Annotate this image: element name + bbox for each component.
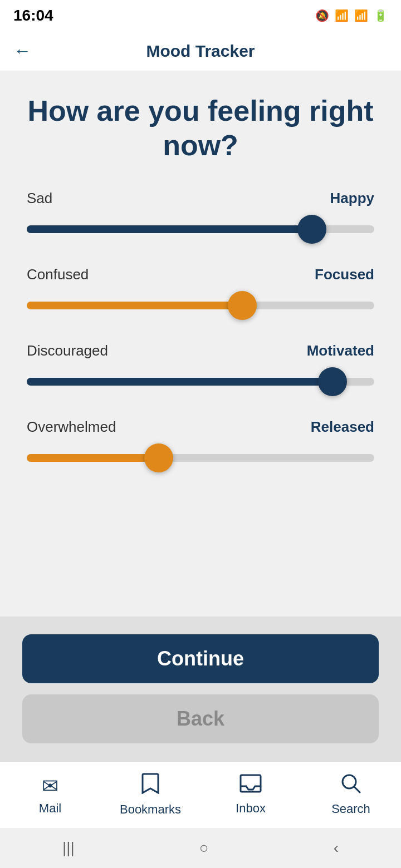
- slider-right-label-released: Released: [311, 418, 374, 436]
- status-time: 16:04: [13, 7, 53, 24]
- sliders-container: SadHappyConfusedFocusedDiscouragedMotiva…: [27, 190, 374, 495]
- mute-icon: 🔕: [315, 9, 329, 22]
- slider-track-fill-happy: [27, 225, 312, 233]
- slider-labels-motivated: DiscouragedMotivated: [27, 342, 374, 359]
- slider-section-motivated: DiscouragedMotivated: [27, 342, 374, 396]
- nav-label-inbox: Inbox: [236, 801, 266, 816]
- slider-track-released[interactable]: [27, 443, 374, 472]
- slider-thumb-motivated[interactable]: [318, 367, 347, 396]
- slider-track-fill-focused: [27, 302, 242, 309]
- bottom-nav: ✉ Mail Bookmarks Inbox Search: [0, 761, 401, 828]
- android-back-icon[interactable]: ‹: [334, 839, 339, 857]
- slider-track-fill-released: [27, 454, 159, 462]
- nav-label-bookmarks: Bookmarks: [120, 802, 181, 817]
- mail-icon: ✉: [42, 775, 58, 798]
- slider-labels-happy: SadHappy: [27, 190, 374, 207]
- battery-icon: 🔋: [374, 9, 388, 22]
- slider-labels-released: OverwhelmedReleased: [27, 418, 374, 436]
- android-recent-icon[interactable]: |||: [62, 839, 75, 857]
- android-nav: ||| ○ ‹: [0, 828, 401, 868]
- status-bar: 16:04 🔕 📶 📶 🔋: [0, 0, 401, 31]
- slider-left-label-happy: Sad: [27, 190, 52, 207]
- slider-thumb-focused[interactable]: [228, 291, 257, 320]
- top-bar: ← Mood Tracker: [0, 31, 401, 71]
- slider-section-happy: SadHappy: [27, 190, 374, 244]
- slider-section-released: OverwhelmedReleased: [27, 418, 374, 472]
- signal-icon: 📶: [354, 9, 368, 22]
- question-heading: How are you feeling right now?: [27, 93, 374, 163]
- search-icon: [341, 773, 361, 798]
- slider-track-fill-motivated: [27, 378, 332, 386]
- nav-label-mail: Mail: [39, 801, 61, 816]
- slider-left-label-motivated: Discouraged: [27, 342, 108, 359]
- svg-line-2: [354, 787, 360, 792]
- main-content: How are you feeling right now? SadHappyC…: [0, 71, 401, 617]
- page-title: Mood Tracker: [45, 42, 356, 61]
- continue-button[interactable]: Continue: [22, 634, 379, 683]
- wifi-icon: 📶: [335, 9, 349, 22]
- android-home-icon[interactable]: ○: [199, 839, 209, 857]
- slider-left-label-focused: Confused: [27, 266, 89, 283]
- bookmarks-icon: [141, 773, 159, 799]
- slider-right-label-motivated: Motivated: [307, 342, 374, 359]
- slider-labels-focused: ConfusedFocused: [27, 266, 374, 283]
- slider-right-label-happy: Happy: [330, 190, 374, 207]
- slider-track-motivated[interactable]: [27, 367, 374, 396]
- inbox-icon: [239, 774, 262, 798]
- nav-label-search: Search: [331, 802, 370, 816]
- slider-left-label-released: Overwhelmed: [27, 418, 116, 436]
- slider-track-focused[interactable]: [27, 291, 374, 320]
- slider-section-focused: ConfusedFocused: [27, 266, 374, 320]
- back-button-2[interactable]: Back: [22, 694, 379, 743]
- slider-thumb-happy[interactable]: [297, 215, 326, 244]
- nav-item-bookmarks[interactable]: Bookmarks: [117, 773, 184, 817]
- nav-item-inbox[interactable]: Inbox: [217, 774, 284, 816]
- slider-thumb-released[interactable]: [144, 443, 173, 472]
- bottom-action-area: Continue Back: [0, 617, 401, 761]
- back-button[interactable]: ←: [13, 41, 31, 61]
- slider-right-label-focused: Focused: [315, 266, 374, 283]
- nav-item-mail[interactable]: ✉ Mail: [17, 775, 84, 816]
- status-icons: 🔕 📶 📶 🔋: [315, 9, 388, 22]
- slider-track-happy[interactable]: [27, 215, 374, 244]
- nav-item-search[interactable]: Search: [317, 773, 384, 816]
